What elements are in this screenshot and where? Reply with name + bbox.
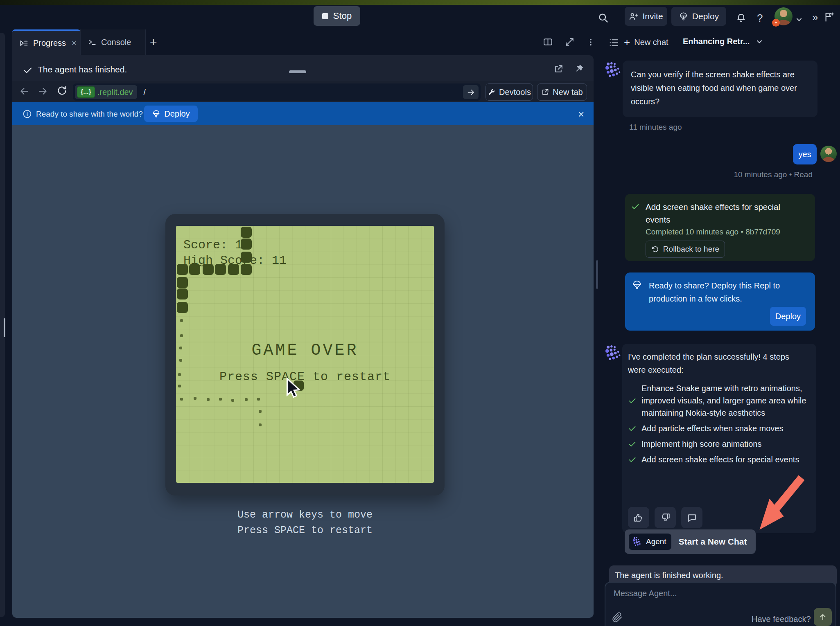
instructions-line1: Use arrow keys to move <box>165 507 445 523</box>
particle <box>194 397 196 400</box>
restart-hint-text: Press SPACE to restart <box>176 370 434 384</box>
split-pane-icon[interactable] <box>543 37 553 47</box>
url-badge: {...} <box>77 86 95 98</box>
snake-segment <box>215 264 226 275</box>
snake-segment <box>241 252 252 263</box>
agent-status-text: The agent has finished. <box>38 65 127 74</box>
new-tab-plus-icon[interactable]: + <box>150 35 157 49</box>
checklist-item-text: Implement high score animations <box>641 438 807 450</box>
avatar-badge-icon: ✦ <box>772 19 780 27</box>
banner-deploy-button[interactable]: Deploy <box>144 106 198 122</box>
stop-button[interactable]: Stop <box>314 6 360 26</box>
invite-button[interactable]: Invite <box>625 7 667 26</box>
snake-segment <box>177 288 188 299</box>
devtools-label: Devtools <box>499 88 531 97</box>
agent-question-text: Can you verify if the screen shake effec… <box>631 68 809 108</box>
thumbs-down-button[interactable] <box>655 507 676 528</box>
agent-logo-icon <box>632 536 643 547</box>
checklist-item-text: Add screen shake effects for special eve… <box>641 453 807 466</box>
url-bar[interactable]: {...} .replit.dev / <box>73 83 481 101</box>
snake-segment <box>241 239 252 250</box>
game-screen[interactable]: Score: 11 High Score: 11 GAME OVER Press… <box>176 226 434 483</box>
help-icon[interactable]: ? <box>757 12 763 25</box>
check-icon <box>628 440 637 448</box>
start-new-chat-button[interactable]: Agent Start a New Chat <box>625 529 756 554</box>
thumbs-up-button[interactable] <box>628 507 649 528</box>
deploy-icon <box>152 110 160 118</box>
console-tab-icon <box>88 38 96 46</box>
new-pane-flag-icon[interactable] <box>824 11 835 23</box>
particle <box>257 398 260 401</box>
snake-segment <box>228 264 239 275</box>
notifications-bell-icon[interactable] <box>736 13 746 23</box>
reply-meta: 10 minutes ago • Read <box>696 170 813 179</box>
tab-progress[interactable]: Progress × <box>12 29 80 55</box>
chat-scrollbar[interactable] <box>596 260 598 289</box>
go-arrow-icon[interactable] <box>463 85 479 99</box>
send-button[interactable] <box>814 608 832 626</box>
deploy-card-button[interactable]: Deploy <box>770 307 806 326</box>
agent-question-bubble: Can you verify if the screen shake effec… <box>623 61 817 117</box>
status-check-icon <box>23 65 33 75</box>
search-icon[interactable] <box>598 12 609 23</box>
check-icon <box>628 424 637 433</box>
particle <box>245 398 248 401</box>
particle <box>179 359 182 362</box>
tab-console-label: Console <box>101 38 131 47</box>
comment-button[interactable] <box>681 507 702 528</box>
particle <box>219 398 222 401</box>
info-icon <box>22 109 32 119</box>
new-chat-button[interactable]: + New chat <box>624 36 668 49</box>
sidebar-resize-handle[interactable] <box>4 318 5 337</box>
particle <box>207 398 210 401</box>
snake-segment <box>241 227 252 238</box>
stop-icon <box>322 13 328 19</box>
pane-menu-kebab-icon[interactable] <box>586 38 595 47</box>
deploy-promo-card: Ready to share? Deploy this Repl to prod… <box>625 272 815 331</box>
account-chevron-down-icon[interactable] <box>796 16 802 23</box>
game-over-text: GAME OVER <box>176 341 434 360</box>
collapse-right-icon[interactable]: » <box>812 11 817 24</box>
message-composer[interactable]: Have feedback? <box>605 582 836 626</box>
banner-close-icon[interactable]: × <box>578 108 584 121</box>
have-feedback-link[interactable]: Have feedback? <box>752 615 811 624</box>
attachment-paperclip-icon[interactable] <box>612 612 623 623</box>
new-chat-label: New chat <box>634 38 668 47</box>
agent-avatar-logo <box>604 345 621 362</box>
check-icon <box>628 455 637 464</box>
chat-history-list-icon[interactable] <box>609 38 619 48</box>
checklist-item: Enhance Snake game with retro animations… <box>628 382 809 419</box>
tab-close-icon[interactable]: × <box>72 38 77 48</box>
plus-icon: + <box>624 36 630 49</box>
forward-icon[interactable] <box>38 86 48 97</box>
url-path: / <box>144 88 146 97</box>
completed-task-card: Add screen shake effects for special eve… <box>625 194 815 261</box>
agent-chip-label: Agent <box>646 537 666 546</box>
banner-deploy-label: Deploy <box>164 109 190 119</box>
particle <box>178 373 181 376</box>
chat-session-dropdown[interactable]: Enhancing Retr... <box>683 37 763 46</box>
reload-icon[interactable] <box>56 85 68 96</box>
rollback-label: Rollback to here <box>663 245 719 254</box>
question-timestamp: 11 minutes ago <box>629 123 682 132</box>
invite-label: Invite <box>642 11 663 21</box>
back-icon[interactable] <box>19 86 29 97</box>
snake-segment <box>189 264 200 275</box>
particle <box>259 410 262 413</box>
rollback-button[interactable]: Rollback to here <box>646 241 725 258</box>
user-reply-text: yes <box>798 150 811 159</box>
open-in-new-icon[interactable] <box>553 64 564 74</box>
message-input[interactable] <box>613 588 811 599</box>
expand-pane-icon[interactable] <box>565 37 575 47</box>
task-title: Add screen shake effects for special eve… <box>646 200 805 226</box>
tab-console[interactable]: Console <box>80 29 146 55</box>
new-tab-button[interactable]: New tab <box>537 83 587 101</box>
url-host-chip[interactable]: {...} .replit.dev <box>75 85 137 99</box>
tab-progress-label: Progress <box>33 38 66 48</box>
drag-handle[interactable] <box>289 70 306 73</box>
deploy-button-topbar[interactable]: Deploy <box>671 7 726 26</box>
checklist-item: Implement high score animations <box>628 438 809 450</box>
pin-icon[interactable] <box>574 64 585 74</box>
stop-label: Stop <box>333 11 352 21</box>
devtools-button[interactable]: Devtools <box>485 83 533 101</box>
